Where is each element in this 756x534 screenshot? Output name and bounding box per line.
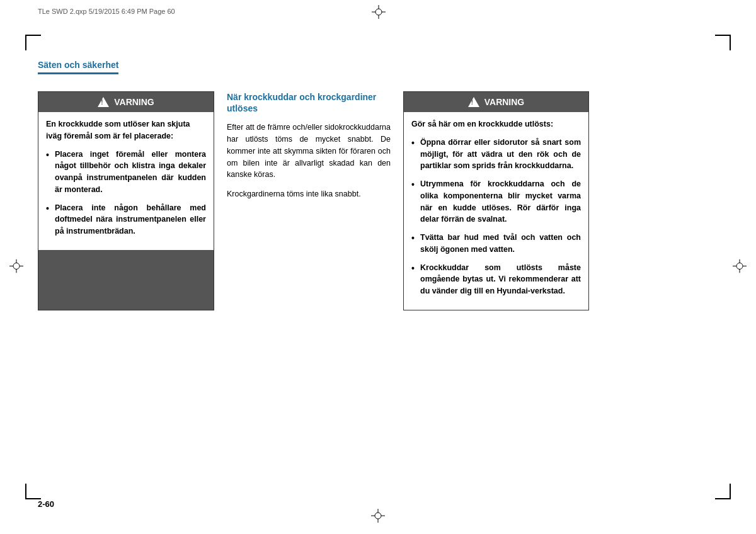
crosshair-left-icon bbox=[9, 259, 23, 275]
list-item: Krockkuddar som utlösts måste omgående b… bbox=[411, 262, 581, 297]
crosshair-right-icon bbox=[733, 259, 747, 275]
corner-mark-br-v bbox=[730, 484, 731, 499]
crosshair-bottom-icon bbox=[371, 509, 385, 525]
corner-mark-tl-v bbox=[25, 35, 26, 50]
center-column: När krockkuddar och krockgardiner utlöse… bbox=[227, 91, 391, 310]
warning-list-left: Placera inget föremål eller montera någo… bbox=[46, 149, 206, 237]
warning-intro-right: Gör så här om en krockkudde utlösts: bbox=[411, 118, 581, 130]
list-item: Placera inte någon behållare med doftmed… bbox=[46, 202, 206, 237]
corner-mark-bl-v bbox=[25, 484, 26, 499]
corner-mark-tr-v bbox=[730, 35, 731, 50]
warning-triangle-icon-left bbox=[98, 97, 109, 107]
svg-point-15 bbox=[375, 513, 381, 519]
center-section-title: När krockkuddar och krockgardiner utlöse… bbox=[227, 91, 391, 114]
warning-label-left: VARNING bbox=[114, 97, 154, 107]
page-footer: 2-60 bbox=[38, 499, 54, 509]
svg-point-10 bbox=[736, 263, 743, 270]
warning-box-left: VARNING En krockkudde som utlöser kan sk… bbox=[38, 91, 214, 310]
warning-triangle-icon-right bbox=[468, 97, 479, 107]
list-item: Tvätta bar hud med tvål och vatten och s… bbox=[411, 232, 581, 256]
file-info: TLe SWD 2.qxp 5/19/2015 6:49 PM Page 60 bbox=[38, 8, 175, 15]
warning-box-right: VARNING Gör så här om en krockkudde utlö… bbox=[403, 91, 589, 310]
page-number: 2-60 bbox=[38, 499, 54, 509]
section-title-area: Säten och säkerhet bbox=[38, 60, 718, 74]
corner-mark-tr-h bbox=[715, 35, 731, 36]
warning-list-right: Öppna dörrar eller sidorutor så snart so… bbox=[411, 137, 581, 297]
crosshair-top-icon bbox=[372, 5, 384, 18]
section-title: Säten och säkerhet bbox=[38, 60, 118, 74]
warning-header-left: VARNING bbox=[38, 92, 214, 112]
center-section-body: Efter att de främre och/eller sidokrockk… bbox=[227, 122, 391, 200]
center-paragraph-2: Krockgardinerna töms inte lika snabbt. bbox=[227, 188, 391, 200]
list-item: Placera inget föremål eller montera någo… bbox=[46, 149, 206, 196]
corner-mark-tl-h bbox=[25, 35, 41, 36]
list-item: Utrymmena för krockkuddarna och de olika… bbox=[411, 178, 581, 225]
warning-body-right: Gör så här om en krockkudde utlösts: Öpp… bbox=[404, 112, 588, 310]
main-content: VARNING En krockkudde som utlöser kan sk… bbox=[38, 91, 718, 310]
svg-point-0 bbox=[375, 9, 382, 15]
center-paragraph-1: Efter att de främre och/eller sidokrockk… bbox=[227, 122, 391, 181]
warning-intro-left: En krockkudde som utlöser kan skjuta ivä… bbox=[46, 118, 206, 142]
svg-point-5 bbox=[13, 263, 20, 270]
list-item: Öppna dörrar eller sidorutor så snart so… bbox=[411, 137, 581, 172]
warning-body-left: En krockkudde som utlöser kan skjuta ivä… bbox=[38, 112, 214, 250]
warning-label-right: VARNING bbox=[484, 97, 525, 107]
corner-mark-br-h bbox=[715, 498, 731, 499]
warning-header-right: VARNING bbox=[404, 92, 588, 112]
